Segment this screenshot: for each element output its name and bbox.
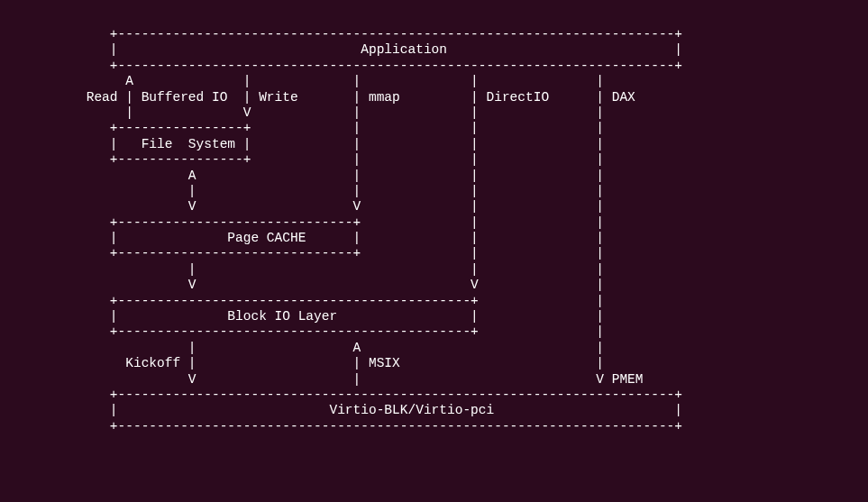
diagram-content: +---------------------------------------… xyxy=(0,27,682,434)
ascii-diagram: +---------------------------------------… xyxy=(0,0,868,434)
